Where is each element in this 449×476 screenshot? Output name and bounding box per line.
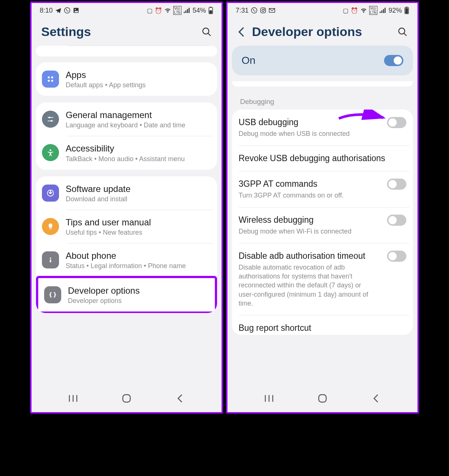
svg-rect-5 <box>187 9 188 13</box>
item-title: Software update <box>66 183 211 195</box>
signal-icon <box>184 8 190 13</box>
developer-icon <box>44 286 61 303</box>
settings-card: Apps Default apps • App settings <box>36 62 217 96</box>
settings-item-apps[interactable]: Apps Default apps • App settings <box>36 62 217 96</box>
svg-rect-8 <box>210 7 212 7</box>
settings-item-about[interactable]: About phone Status • Legal information •… <box>36 243 217 277</box>
settings-item-general[interactable]: General management Language and keyboard… <box>36 102 217 136</box>
svg-rect-29 <box>260 8 266 13</box>
svg-rect-35 <box>383 9 384 13</box>
svg-rect-36 <box>384 8 386 13</box>
settings-list[interactable]: Apps Default apps • App settings General… <box>32 46 222 386</box>
svg-point-17 <box>49 117 50 118</box>
svg-point-0 <box>65 8 70 13</box>
nav-recents[interactable] <box>263 392 275 405</box>
svg-point-19 <box>50 120 52 122</box>
status-time: 8:10 <box>40 7 53 14</box>
svg-rect-23 <box>50 260 51 262</box>
status-bar: 8:10 ▢ ⏰ Vo)LTE 54% <box>32 3 222 16</box>
wireless-debugging-toggle[interactable] <box>387 215 406 226</box>
3gpp-toggle[interactable] <box>387 179 406 190</box>
alarm-icon: ⏰ <box>155 7 162 14</box>
svg-point-13 <box>51 76 53 79</box>
instagram-icon <box>260 7 266 14</box>
search-icon[interactable] <box>201 27 212 37</box>
battery-icon <box>404 7 409 14</box>
item-sub: Developer options <box>68 297 209 305</box>
apps-icon <box>42 71 59 88</box>
item-bug-report[interactable]: Bug report shortcut <box>232 315 413 335</box>
item-revoke-usb[interactable]: Revoke USB debugging authorisations <box>232 146 413 171</box>
item-title: Developer options <box>68 285 209 296</box>
about-icon <box>42 251 59 268</box>
nav-home[interactable] <box>316 392 329 405</box>
battery-saver-icon: ▢ <box>147 7 153 14</box>
master-toggle[interactable] <box>384 55 403 66</box>
volte-icon: Vo)LTE <box>369 6 377 15</box>
item-title: Accessibility <box>66 143 211 154</box>
nav-recents[interactable] <box>67 392 79 405</box>
item-sub: Disable automatic revocation of adb auth… <box>239 263 376 308</box>
status-battery-text: 54% <box>193 7 206 14</box>
partial-card <box>232 81 413 87</box>
settings-card: General management Language and keyboard… <box>36 102 217 169</box>
usb-debugging-toggle[interactable] <box>387 117 406 128</box>
item-sub: Status • Legal information • Phone name <box>66 262 211 270</box>
section-label: Debugging <box>232 92 413 110</box>
item-usb-debugging[interactable]: USB debugging Debug mode when USB is con… <box>232 110 413 146</box>
item-sub: Useful tips • New features <box>66 229 211 237</box>
nav-back[interactable] <box>174 392 186 405</box>
battery-saver-icon: ▢ <box>343 7 348 14</box>
svg-rect-9 <box>210 10 212 13</box>
item-sub: Download and install <box>66 195 211 203</box>
search-icon[interactable] <box>397 27 408 37</box>
settings-card: Software update Download and install Tip… <box>36 176 217 313</box>
svg-rect-33 <box>380 12 381 13</box>
item-sub: Debug mode when USB is connected <box>239 129 376 138</box>
nav-home[interactable] <box>120 392 133 405</box>
item-sub: Default apps • App settings <box>66 81 211 89</box>
item-title: Wireless debugging <box>239 215 376 225</box>
item-adb-timeout[interactable]: Disable adb authorisation timeout Disabl… <box>232 243 413 315</box>
whatsapp-icon <box>251 7 258 14</box>
item-sub: Language and keyboard • Date and time <box>66 121 211 129</box>
signal-icon <box>380 8 386 13</box>
svg-point-30 <box>262 9 264 12</box>
settings-item-accessibility[interactable]: Accessibility TalkBack • Mono audio • As… <box>36 136 217 169</box>
svg-point-14 <box>48 80 50 82</box>
partial-card <box>36 46 217 56</box>
svg-point-28 <box>252 8 257 13</box>
svg-rect-34 <box>381 10 383 13</box>
item-title: Bug report shortcut <box>239 323 402 333</box>
back-button[interactable] <box>237 27 245 37</box>
nav-bar <box>32 386 222 412</box>
battery-icon <box>208 7 213 14</box>
developer-list[interactable]: On Debugging USB debugging Debug mode wh… <box>227 46 417 386</box>
svg-rect-38 <box>406 7 407 7</box>
item-title: Tips and user manual <box>66 216 211 228</box>
svg-rect-3 <box>184 12 185 13</box>
svg-line-11 <box>208 33 211 36</box>
general-icon <box>42 111 59 128</box>
adb-timeout-toggle[interactable] <box>387 251 406 262</box>
item-title: General management <box>66 109 211 121</box>
settings-item-developer[interactable]: Developer options Developer options <box>38 278 215 312</box>
nav-back[interactable] <box>370 392 382 405</box>
master-toggle-row[interactable]: On <box>232 46 413 75</box>
phone-settings: 8:10 ▢ ⏰ Vo)LTE 54% <box>30 1 223 414</box>
svg-point-2 <box>75 9 76 10</box>
alarm-icon: ⏰ <box>351 7 358 14</box>
settings-item-update[interactable]: Software update Download and install <box>36 176 217 210</box>
status-time: 7:31 <box>236 7 249 14</box>
wifi-icon <box>164 8 171 13</box>
svg-point-22 <box>50 258 51 259</box>
settings-item-tips[interactable]: Tips and user manual Useful tips • New f… <box>36 210 217 243</box>
item-sub: Turn 3GPP AT commands on or off. <box>239 191 376 200</box>
status-bar: 7:31 ▢ ⏰ Vo)LTE 92% <box>227 3 417 16</box>
item-3gpp[interactable]: 3GPP AT commands Turn 3GPP AT commands o… <box>232 171 413 207</box>
item-sub: Debug mode when Wi-Fi is connected <box>239 227 376 236</box>
item-wireless-debugging[interactable]: Wireless debugging Debug mode when Wi-Fi… <box>232 207 413 243</box>
item-title: Apps <box>66 69 211 81</box>
svg-rect-27 <box>123 395 130 402</box>
settings-header: Settings <box>32 16 222 46</box>
